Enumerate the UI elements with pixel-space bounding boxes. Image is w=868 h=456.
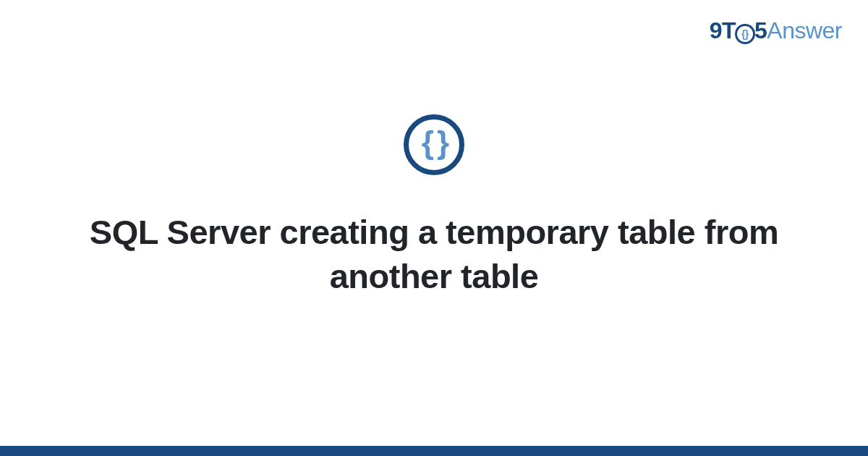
main-content: { } SQL Server creating a temporary tabl… [0,0,868,456]
footer-accent-bar [0,446,868,456]
page-title: SQL Server creating a temporary table fr… [72,210,796,298]
braces-icon: { } [422,127,446,159]
category-icon: { } [404,114,464,175]
